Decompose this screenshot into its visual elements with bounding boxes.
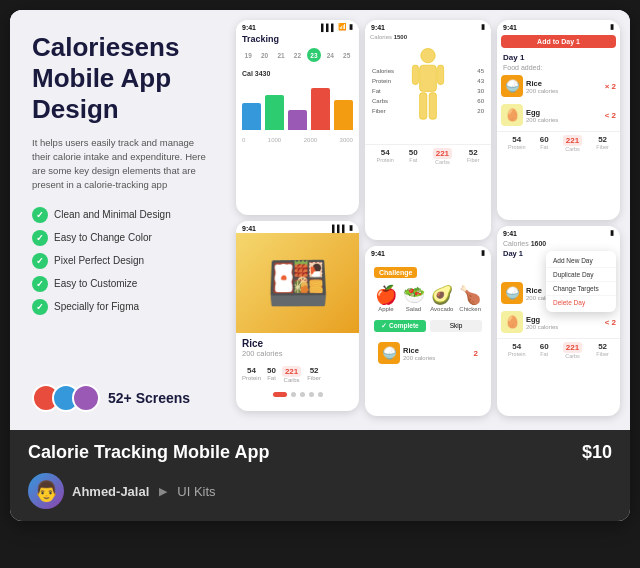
svg-point-0: [421, 48, 435, 62]
chart-area: Cal 3430: [236, 66, 359, 134]
nutr-label: Calories: [372, 68, 402, 74]
food-img-small: 🍚: [378, 342, 400, 364]
carbs-val: 221: [563, 342, 582, 353]
food-qty: 2: [474, 349, 478, 358]
icon-label: Avocado: [430, 306, 453, 312]
icon-emoji: 🥑: [430, 284, 453, 306]
popup-change-targets[interactable]: Change Targets: [546, 282, 616, 296]
egg-details: Egg 200 calories: [526, 108, 602, 123]
icon-emoji: 🍗: [459, 284, 481, 306]
body-area: Calories Protein: [365, 42, 491, 144]
product-title-row: Calorie Tracking Mobile App $10: [28, 442, 612, 463]
icon-label: Apple: [375, 306, 397, 312]
left-column: Caloriesens Mobile App Design It helps u…: [10, 10, 230, 430]
bar-3: [288, 110, 307, 130]
product-title: Calorie Tracking Mobile App: [28, 442, 269, 463]
popup-add-new-day[interactable]: Add New Day: [546, 254, 616, 268]
food-calories: 200 calories: [242, 349, 353, 358]
fiber-lbl: Fiber: [467, 157, 480, 163]
status-icons: ▮: [610, 23, 614, 31]
egg-name: Egg: [526, 315, 602, 324]
nutr-label: 45: [454, 68, 484, 74]
stat-carbs: 221 Carbs: [563, 342, 582, 359]
bar-2: [265, 95, 284, 130]
phones-grid: 9:41 ▌▌▌ 📶 ▮ Tracking 19 20 21 22 23: [230, 10, 630, 430]
phone-column-3: 9:41 ▮ Add to Day 1 Day 1 Food added: 🍚 …: [497, 20, 620, 420]
fiber-val: 52: [467, 148, 480, 157]
avatar-image: 👨: [34, 479, 59, 503]
skip-btn[interactable]: Skip: [430, 320, 482, 332]
feature-label: Clean and Minimal Design: [54, 209, 171, 220]
day-23-active[interactable]: 23: [307, 48, 321, 62]
stat-fat: 50 Fat: [267, 366, 276, 383]
stat-fiber: 52 Fiber: [467, 148, 480, 165]
dots-pagination: [236, 386, 359, 399]
time: 9:41: [371, 250, 385, 257]
egg-qty: < 2: [605, 318, 616, 327]
screens-row: 52+ Screens: [32, 384, 212, 412]
phone-body: 9:41 ▮ Calories 1500 Calories: [365, 20, 491, 240]
day-20: 20: [258, 48, 272, 62]
challenge-badge: Challenge: [374, 267, 417, 278]
day-24: 24: [323, 48, 337, 62]
day-label: Day 1: [497, 51, 620, 64]
body-figure: [408, 46, 448, 140]
time: 9:41: [503, 24, 517, 31]
stat-fiber: 52 Fiber: [307, 366, 321, 383]
popup-delete-day[interactable]: Delete Day: [546, 296, 616, 309]
phone-tracking: 9:41 ▌▌▌ 📶 ▮ Tracking 19 20 21 22 23: [236, 20, 359, 215]
wifi-icon: 📶: [338, 23, 347, 31]
status-icons: ▌▌▌ 📶 ▮: [321, 23, 353, 31]
product-card: Caloriesens Mobile App Design It helps u…: [10, 10, 630, 521]
nutr-row: Calories: [372, 68, 405, 74]
nutr-row: 60: [451, 98, 484, 104]
egg-name: Egg: [526, 108, 602, 117]
bubble-3: [72, 384, 100, 412]
left-nutrition: Calories Protein: [369, 68, 408, 118]
time: 9:41: [371, 24, 385, 31]
action-btn[interactable]: ✓ Complete: [374, 320, 426, 332]
protein-value: 54: [242, 366, 261, 375]
popup-menu[interactable]: Add New Day Duplicate Day Change Targets…: [546, 251, 616, 312]
battery-icon: ▮: [481, 23, 485, 31]
feature-label: Specially for Figma: [54, 301, 139, 312]
food-name: Rice: [403, 346, 471, 355]
add-day-button[interactable]: Add to Day 1: [501, 35, 616, 48]
screen-title: Tracking: [236, 32, 359, 48]
icon-item: 🍗 Chicken: [459, 284, 481, 312]
day-19: 19: [241, 48, 255, 62]
check-icon: [32, 253, 48, 269]
popup-duplicate-day[interactable]: Duplicate Day: [546, 268, 616, 282]
protein-lbl: Protein: [508, 144, 525, 150]
carbs-val: 221: [563, 135, 582, 146]
stat-fat: 60 Fat: [540, 342, 549, 359]
stat-protein: 54 Protein: [508, 342, 525, 359]
fat-lbl: Fat: [409, 157, 418, 163]
nutr-row: Carbs: [372, 98, 405, 104]
body-svg: [408, 46, 448, 136]
fat-lbl: Fat: [540, 351, 549, 357]
icon-emoji: 🍎: [375, 284, 397, 306]
svg-rect-2: [412, 65, 418, 84]
food-list-challenge: 🍚 Rice 200 calories 2: [370, 336, 486, 371]
rice-img: 🍚: [501, 282, 523, 304]
category-name[interactable]: UI Kits: [177, 484, 215, 499]
author-name[interactable]: Ahmed-Jalal: [72, 484, 149, 499]
stat-protein: 54 Protein: [242, 366, 261, 383]
calories-label: Calories 1600: [497, 238, 620, 249]
protein-val: 54: [508, 135, 525, 144]
carbs-value: 221: [282, 366, 301, 377]
signal-icon: ▌▌▌: [321, 24, 336, 31]
signal-icon: ▌▌▌: [332, 225, 347, 232]
fat-val: 60: [540, 342, 549, 351]
nutr-label: 43: [454, 78, 484, 84]
phone-column-2: 9:41 ▮ Calories 1500 Calories: [365, 20, 491, 420]
card-bottom: Calorie Tracking Mobile App $10 👨 Ahmed-…: [10, 430, 630, 521]
dot-3: [300, 392, 305, 397]
rice-img: 🍚: [501, 75, 523, 97]
app-title: Caloriesens Mobile App Design: [32, 32, 212, 126]
fiber-lbl: Fiber: [596, 144, 609, 150]
svg-rect-5: [429, 93, 436, 119]
phone-column-1: 9:41 ▌▌▌ 📶 ▮ Tracking 19 20 21 22 23: [236, 20, 359, 420]
food-row: 🍚 Rice 200 calories 2: [374, 340, 482, 366]
